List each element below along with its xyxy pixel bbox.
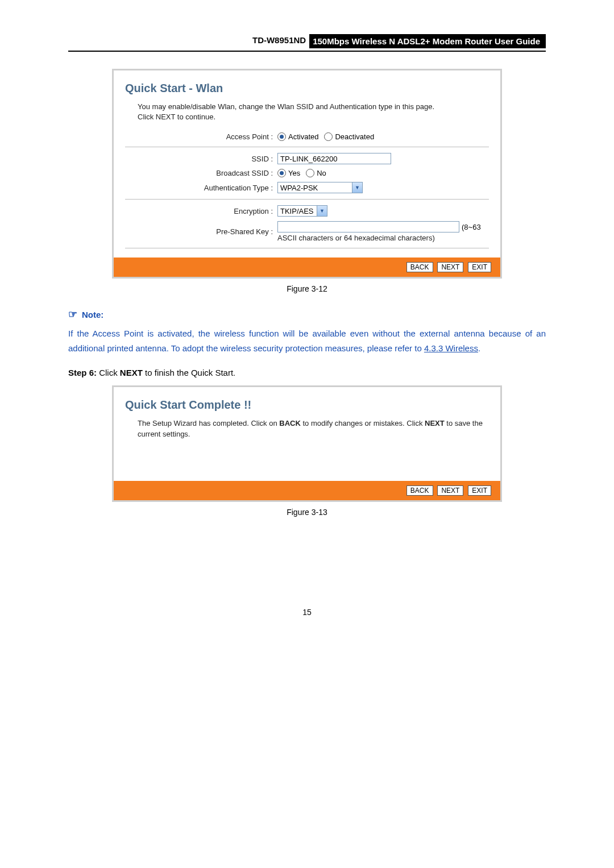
chevron-down-icon: ▼ bbox=[317, 206, 327, 216]
psk-input[interactable] bbox=[277, 221, 459, 232]
quick-start-wlan-panel: Quick Start - Wlan You may enable/disabl… bbox=[112, 69, 502, 279]
ssid-label: SSID : bbox=[125, 155, 277, 163]
step-6-text: Step 6: Click NEXT to finish the Quick S… bbox=[68, 368, 546, 377]
exit-button[interactable]: EXIT bbox=[468, 262, 491, 272]
radio-dot-icon bbox=[324, 132, 333, 141]
auth-select[interactable]: WPA2-PSK ▼ bbox=[277, 182, 363, 193]
panel1-footer: BACK NEXT EXIT bbox=[114, 258, 500, 277]
radio-dot-icon bbox=[277, 132, 286, 141]
wireless-link[interactable]: 4.3.3 Wireless bbox=[424, 343, 478, 353]
figure-3-13-caption: Figure 3-13 bbox=[68, 508, 546, 517]
radio-dot-icon bbox=[277, 169, 286, 177]
row-ssid: SSID : bbox=[125, 153, 489, 164]
panel2-footer: BACK NEXT EXIT bbox=[114, 481, 500, 500]
radio-dot-icon bbox=[306, 169, 314, 177]
doc-header: TD-W8951ND150Mbps Wireless N ADSL2+ Mode… bbox=[68, 34, 546, 52]
doc-model: TD-W8951ND bbox=[249, 33, 309, 47]
back-button[interactable]: BACK bbox=[406, 262, 433, 272]
ap-label: Access Point : bbox=[125, 132, 277, 141]
bc-label: Broadcast SSID : bbox=[125, 169, 277, 177]
divider bbox=[125, 147, 489, 147]
row-broadcast-ssid: Broadcast SSID : Yes No bbox=[125, 169, 489, 177]
psk-hint: ASCII characters or 64 hexadecimal chara… bbox=[277, 234, 489, 242]
panel1-intro: You may enable/disable Wlan, change the … bbox=[138, 102, 489, 122]
auth-select-value: WPA2-PSK bbox=[280, 184, 318, 192]
enc-select-value: TKIP/AES bbox=[280, 207, 314, 215]
encryption-select[interactable]: TKIP/AES ▼ bbox=[277, 205, 327, 217]
quick-start-complete-panel: Quick Start Complete !! The Setup Wizard… bbox=[112, 385, 502, 501]
page-number: 15 bbox=[68, 608, 546, 617]
back-button[interactable]: BACK bbox=[406, 485, 433, 496]
divider bbox=[125, 199, 489, 200]
radio-bc-yes[interactable]: Yes bbox=[277, 169, 300, 177]
radio-activated[interactable]: Activated bbox=[277, 132, 318, 141]
row-encryption: Encryption : TKIP/AES ▼ bbox=[125, 205, 489, 217]
exit-button[interactable]: EXIT bbox=[468, 485, 491, 496]
doc-title: 150Mbps Wireless N ADSL2+ Modem Router U… bbox=[309, 34, 546, 48]
figure-3-12-caption: Figure 3-12 bbox=[68, 284, 546, 293]
panel2-heading: Quick Start Complete !! bbox=[125, 398, 489, 412]
next-button[interactable]: NEXT bbox=[437, 485, 463, 496]
row-access-point: Access Point : Activated Deactivated bbox=[125, 132, 489, 141]
panel1-heading: Quick Start - Wlan bbox=[125, 82, 489, 95]
note-heading: ☞Note: bbox=[68, 308, 546, 321]
chevron-down-icon: ▼ bbox=[352, 182, 362, 193]
pointing-hand-icon: ☞ bbox=[68, 309, 77, 320]
psk-label: Pre-Shared Key : bbox=[125, 227, 277, 236]
note-body: If the Access Point is activated, the wi… bbox=[68, 326, 546, 355]
auth-label: Authentication Type : bbox=[125, 184, 277, 192]
ssid-input[interactable] bbox=[277, 153, 391, 164]
radio-deactivated[interactable]: Deactivated bbox=[324, 132, 374, 141]
next-button[interactable]: NEXT bbox=[437, 262, 463, 272]
panel2-body: The Setup Wizard has completed. Click on… bbox=[138, 418, 489, 439]
enc-label: Encryption : bbox=[125, 207, 277, 215]
psk-suffix: (8~63 bbox=[462, 223, 481, 231]
radio-bc-no[interactable]: No bbox=[306, 169, 326, 177]
divider bbox=[125, 248, 489, 248]
row-psk: Pre-Shared Key : (8~63 ASCII characters … bbox=[125, 221, 489, 242]
row-auth-type: Authentication Type : WPA2-PSK ▼ bbox=[125, 182, 489, 193]
